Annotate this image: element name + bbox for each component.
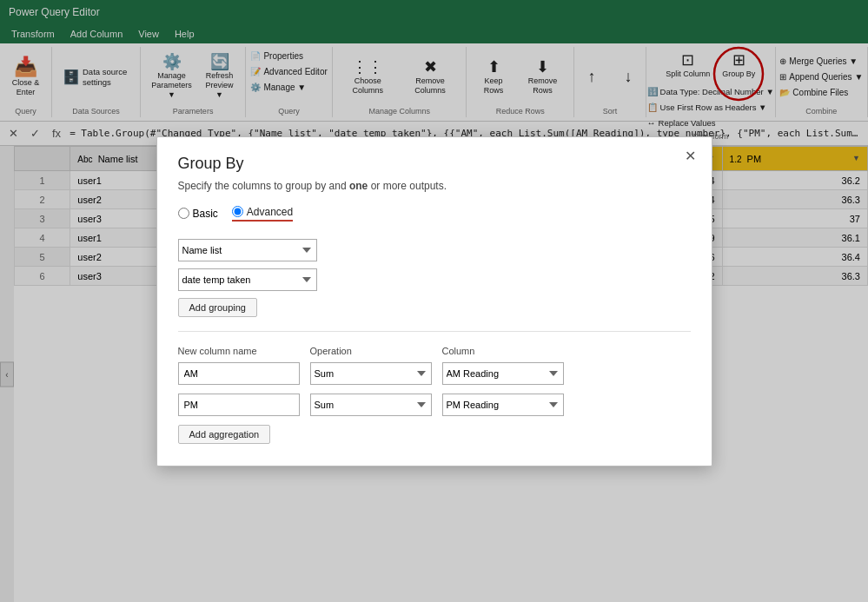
aggregation-row-2: Sum Average Min Max Count AM Reading PM … (178, 394, 691, 416)
agg-col-header-op: Operation (310, 346, 432, 356)
agg2-col-col: AM Reading PM Reading Name list date tem… (442, 394, 564, 416)
modal-title: Group By (178, 155, 691, 173)
radio-advanced-label[interactable]: Advanced (232, 206, 293, 222)
group-by-dialog: ✕ Group By Specify the columns to group … (156, 136, 712, 466)
radio-group: Basic Advanced (178, 206, 691, 222)
agg2-name-col (178, 394, 300, 416)
agg1-name-col (178, 362, 300, 385)
modal-close-button[interactable]: ✕ (679, 146, 701, 166)
modal-subtitle: Specify the columns to group by and one … (178, 180, 691, 192)
aggregation-row-1: Sum Average Min Max Count AM Reading PM … (178, 362, 691, 385)
agg1-name-input[interactable] (178, 362, 300, 385)
agg-col-header-col: Column (442, 346, 564, 356)
radio-advanced[interactable] (232, 206, 243, 217)
agg-col-header-name: New column name (178, 346, 300, 356)
radio-basic-label[interactable]: Basic (178, 208, 218, 220)
radio-basic-text: Basic (193, 208, 218, 220)
grouping-row-1: Name list date temp taken AM PM (178, 239, 691, 261)
add-aggregation-button[interactable]: Add aggregation (178, 425, 271, 444)
agg2-operation-select[interactable]: Sum Average Min Max Count (310, 394, 432, 416)
agg2-op-col: Sum Average Min Max Count (310, 394, 432, 416)
agg1-op-col: Sum Average Min Max Count (310, 362, 432, 385)
add-grouping-button[interactable]: Add grouping (178, 298, 257, 317)
modal-divider (178, 331, 691, 332)
grouping-select-1[interactable]: Name list date temp taken AM PM (178, 239, 317, 261)
modal-overlay: ✕ Group By Specify the columns to group … (0, 0, 868, 602)
agg1-col-col: AM Reading PM Reading Name list date tem… (442, 362, 564, 385)
agg2-column-select[interactable]: AM Reading PM Reading Name list date tem… (442, 394, 564, 416)
grouping-select-2[interactable]: Name list date temp taken AM PM (178, 268, 317, 291)
radio-advanced-text: Advanced (247, 206, 293, 218)
agg1-column-select[interactable]: AM Reading PM Reading Name list date tem… (442, 362, 564, 385)
radio-basic[interactable] (178, 208, 189, 219)
agg1-operation-select[interactable]: Sum Average Min Max Count (310, 362, 432, 385)
grouping-row-2: Name list date temp taken AM PM (178, 268, 691, 291)
agg2-name-input[interactable] (178, 394, 300, 416)
